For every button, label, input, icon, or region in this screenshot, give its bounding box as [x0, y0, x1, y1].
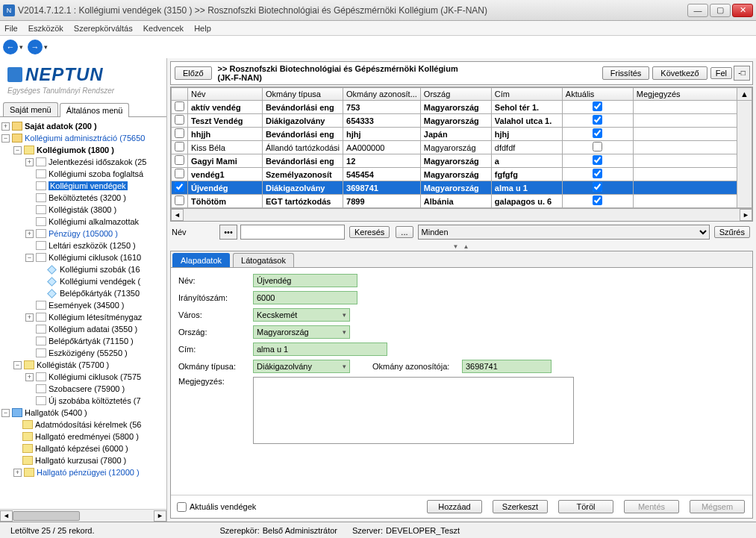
tree-item[interactable]: Belépőkártyák (71350 — [60, 289, 140, 298]
tree-toggle[interactable]: + — [13, 469, 22, 477]
row-checkbox[interactable] — [175, 142, 184, 151]
back-dropdown[interactable]: ▾ — [19, 43, 23, 51]
tree-toggle[interactable]: + — [1, 122, 10, 131]
tree-item[interactable]: Kollégiumi szoba foglaltsá — [49, 169, 143, 178]
tree-item-selected[interactable]: Kollégiumi vendégek — [49, 181, 128, 190]
tree-item[interactable]: Kollégiumok (1800 ) — [37, 146, 114, 154]
tree-item[interactable]: Kollégium adatai (3550 ) — [49, 325, 137, 334]
delete-button[interactable]: Töröl — [558, 500, 613, 513]
tab-basedata[interactable]: Alapadatok — [172, 253, 230, 267]
field-doctype[interactable]: Diákigazolvány — [253, 360, 350, 373]
scope-select[interactable]: Minden — [418, 225, 710, 240]
tree-item[interactable]: Kollégiumi ciklusok (7575 — [49, 372, 141, 381]
field-city[interactable]: Kecskemét — [253, 308, 350, 322]
table-row[interactable]: ÚjvendégDiákigazolvány3698741Magyarorszá… — [172, 181, 752, 195]
tree-item[interactable]: Kollégisták (3800 ) — [49, 205, 116, 214]
refresh-button[interactable]: Frissítés — [602, 66, 650, 80]
tree-hscroll[interactable]: ◄ ► — [0, 509, 166, 522]
edit-button[interactable]: Szerkeszt — [493, 500, 548, 513]
table-row[interactable]: aktív vendégBevándorlási eng753Magyarors… — [172, 101, 752, 114]
scroll-right-icon[interactable]: ► — [740, 209, 752, 221]
tree-item[interactable]: Leltári eszközök (1250 ) — [49, 241, 136, 250]
grid-vscroll[interactable] — [737, 101, 752, 208]
tree-item[interactable]: Szobacsere (75900 ) — [49, 384, 125, 393]
row-checkbox[interactable] — [175, 101, 184, 111]
field-addr[interactable]: alma u 1 — [253, 342, 387, 356]
tree-item[interactable]: Kollégiumi ciklusok (1610 — [49, 253, 141, 262]
scroll-left-icon[interactable]: ◄ — [171, 209, 184, 221]
close-button[interactable]: ✕ — [732, 4, 753, 17]
current-guests-checkbox[interactable] — [177, 502, 187, 512]
col-checkbox[interactable] — [172, 88, 188, 101]
tree-toggle[interactable]: + — [25, 313, 34, 322]
row-checkbox[interactable] — [175, 155, 184, 165]
field-docid[interactable]: 3698741 — [462, 360, 552, 373]
cancel-button[interactable]: Mégsem — [690, 500, 745, 513]
tree-item[interactable]: Hallgató pénzügyei (12000 ) — [37, 468, 140, 477]
col-note[interactable]: Megjegyzés — [633, 88, 737, 101]
table-row[interactable]: Gagyi MamiBevándorlási eng12Magyarország… — [172, 154, 752, 168]
grid-hscroll[interactable]: ◄ ► — [171, 208, 752, 221]
scroll-left-icon[interactable]: ◄ — [0, 510, 13, 522]
pin-icon[interactable]: -□ — [734, 66, 750, 81]
col-country[interactable]: Ország — [420, 88, 491, 101]
tree-toggle[interactable]: − — [1, 134, 10, 143]
tree-item[interactable]: Adatmódosítási kérelmek (56 — [35, 420, 141, 429]
tree-toggle[interactable]: − — [13, 361, 22, 369]
cell-current-checkbox[interactable] — [593, 196, 602, 205]
cell-current-checkbox[interactable] — [593, 101, 602, 111]
row-checkbox[interactable] — [175, 196, 184, 205]
tree-item[interactable]: Hallgató eredményei (5800 ) — [35, 432, 139, 441]
tree-item[interactable]: Események (34500 ) — [49, 301, 125, 310]
browse-button[interactable]: ... — [396, 226, 413, 238]
search-button[interactable]: Keresés — [349, 226, 390, 238]
row-checkbox[interactable] — [175, 169, 184, 178]
tree-item[interactable]: Kollégiumi vendégek ( — [60, 277, 140, 286]
tree-item[interactable]: Hallgatók (5400 ) — [25, 408, 87, 417]
cell-current-checkbox[interactable] — [593, 155, 602, 165]
tree-toggle[interactable]: − — [13, 146, 22, 154]
prev-button[interactable]: Előző — [175, 66, 212, 80]
row-checkbox[interactable] — [175, 115, 184, 125]
table-row[interactable]: vendég1Személyazonosít545454Magyarország… — [172, 168, 752, 181]
next-button[interactable]: Következő — [652, 66, 707, 80]
scroll-up-icon[interactable]: ▲ — [737, 88, 752, 101]
col-addr[interactable]: Cím — [491, 88, 562, 101]
tab-general-menu[interactable]: Általános menü — [60, 103, 130, 117]
row-checkbox[interactable] — [175, 128, 184, 138]
forward-button[interactable]: → — [28, 40, 43, 54]
tree-view[interactable]: +Saját adatok (200 ) −Kollégiumi adminis… — [0, 117, 166, 509]
table-row[interactable]: hhjjhBevándorlási enghjhjJapánhjhj — [172, 128, 752, 141]
menu-file[interactable]: File — [4, 24, 18, 33]
search-options-button[interactable]: ••• — [219, 225, 237, 240]
menu-favorites[interactable]: Kedvencek — [143, 24, 184, 33]
tree-item[interactable]: Pénzügy (105000 ) — [49, 229, 118, 238]
tree-item[interactable]: Saját adatok (200 ) — [25, 122, 97, 131]
forward-dropdown[interactable]: ▾ — [44, 43, 48, 51]
menu-help[interactable]: Help — [194, 24, 211, 33]
scroll-thumb[interactable] — [13, 511, 80, 521]
tree-item[interactable]: Kollégium létesítménygaz — [49, 313, 142, 322]
tree-item[interactable]: Jelentkezési időszakok (25 — [49, 157, 146, 166]
tree-item[interactable]: Hallgató képzései (6000 ) — [35, 444, 128, 453]
tab-visits[interactable]: Látogatások — [233, 253, 294, 267]
tree-toggle[interactable]: + — [25, 230, 34, 238]
tree-toggle[interactable]: + — [25, 158, 34, 166]
tree-item[interactable]: Kollégiumi adminisztráció (75650 — [25, 134, 145, 143]
maximize-button[interactable]: ▢ — [710, 4, 731, 17]
col-docid[interactable]: Okmány azonosít... — [343, 88, 421, 101]
col-name[interactable]: Név — [188, 88, 263, 101]
cell-current-checkbox[interactable] — [593, 115, 602, 125]
search-input[interactable] — [240, 225, 345, 240]
tree-item[interactable]: Új szobába költöztetés (7 — [49, 396, 141, 405]
cell-current-checkbox[interactable] — [593, 142, 602, 151]
cell-current-checkbox[interactable] — [593, 169, 602, 178]
minimize-button[interactable]: — — [687, 4, 708, 17]
tree-item[interactable]: Kollégisták (75700 ) — [37, 360, 109, 369]
tree-toggle[interactable]: + — [25, 373, 34, 381]
filter-button[interactable]: Szűrés — [714, 226, 750, 238]
field-country[interactable]: Magyarország — [253, 325, 350, 339]
tree-item[interactable]: Kollégiumi alkalmazottak — [49, 217, 139, 226]
table-row[interactable]: Kiss BélaÁllandó tartózkodásiAA000000Mag… — [172, 141, 752, 154]
table-row[interactable]: Teszt VendégDiákigazolvány654333Magyaror… — [172, 114, 752, 128]
